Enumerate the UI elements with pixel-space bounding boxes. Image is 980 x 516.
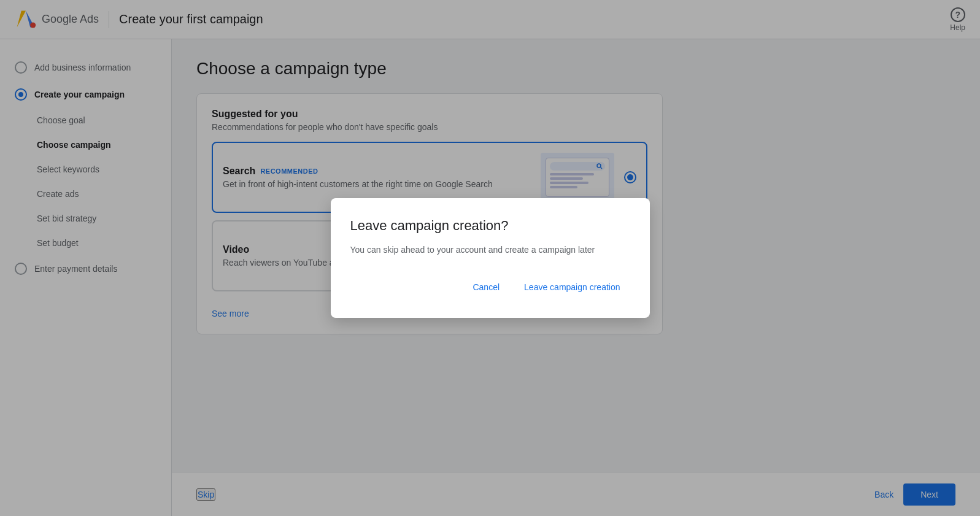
dialog-cancel-button[interactable]: Cancel — [463, 276, 509, 298]
modal-overlay: Leave campaign creation? You can skip ah… — [0, 0, 980, 516]
dialog-title: Leave campaign creation? — [350, 218, 630, 234]
dialog-confirm-button[interactable]: Leave campaign creation — [514, 276, 630, 298]
dialog-body: You can skip ahead to your account and c… — [350, 244, 630, 256]
dialog-actions: Cancel Leave campaign creation — [350, 276, 630, 298]
dialog: Leave campaign creation? You can skip ah… — [331, 198, 650, 318]
